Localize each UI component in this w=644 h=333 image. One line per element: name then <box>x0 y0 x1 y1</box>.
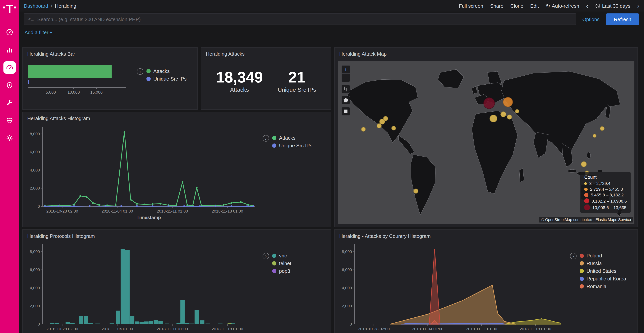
full-screen-button[interactable]: Full screen <box>459 3 483 9</box>
share-button[interactable]: Share <box>490 3 503 9</box>
map-marker[interactable] <box>414 189 418 194</box>
breadcrumb-dashboard[interactable]: Dashboard <box>24 3 48 9</box>
svg-text:2018-11-11 01:00: 2018-11-11 01:00 <box>157 327 188 331</box>
time-range-picker[interactable]: Last 30 days <box>595 3 630 9</box>
map-marker[interactable] <box>391 126 396 131</box>
legend-swatch <box>272 269 276 273</box>
protocols-bar-chart[interactable]: 02,0004,0006,0008,0002018-10-28 02:00201… <box>25 240 260 333</box>
auto-refresh-button[interactable]: ↻Auto-refresh <box>546 3 579 9</box>
map-marker[interactable] <box>515 109 520 113</box>
world-map[interactable]: + − Count <box>338 61 634 224</box>
map-marker[interactable] <box>507 114 512 119</box>
legend-label: telnet <box>279 260 291 266</box>
map-controls: + − <box>342 65 350 116</box>
panel-title: Heralding Attack Map <box>335 48 638 58</box>
sidebar-item-monitoring[interactable] <box>4 114 16 127</box>
legend-item[interactable]: Unique Src IPs <box>272 143 312 148</box>
clone-button[interactable]: Clone <box>510 3 524 9</box>
telekom-logo[interactable]: T <box>3 3 16 20</box>
legend-item[interactable]: Russia <box>580 260 626 266</box>
fit-bounds-button[interactable] <box>342 85 350 93</box>
svg-text:2018-10-28 02:00: 2018-10-28 02:00 <box>46 209 78 213</box>
metric-group: 18,349 Attacks 21 Unique Src IPs <box>201 58 331 103</box>
zoom-in-button[interactable]: + <box>342 65 350 74</box>
legend-item[interactable]: Unique Src IPs <box>146 76 186 82</box>
time-forward-icon[interactable]: › <box>637 3 640 9</box>
legend-swatch <box>580 269 584 273</box>
breadcrumb-current: Heralding <box>55 3 76 9</box>
map-marker[interactable] <box>581 161 586 167</box>
osm-link[interactable]: OpenStreetMap <box>545 217 572 222</box>
draw-polygon-button[interactable] <box>342 96 350 104</box>
attacks-line-chart[interactable]: 02,0004,0006,0008,0002018-10-28 02:00201… <box>25 123 260 223</box>
sidebar-item-discover[interactable] <box>4 26 16 38</box>
heartbeat-icon <box>6 117 14 124</box>
draw-rectangle-button[interactable] <box>342 107 350 116</box>
sidebar-item-devtools[interactable] <box>4 97 16 109</box>
options-link[interactable]: Options <box>582 16 600 22</box>
map-marker[interactable] <box>490 115 498 122</box>
map-legend-range: 8,182.2 – 10,908.6 <box>592 199 627 203</box>
legend-toggle-icon[interactable]: › <box>262 135 269 142</box>
search-input[interactable] <box>38 16 572 22</box>
legend-item[interactable]: United States <box>580 268 626 274</box>
legend-togg le-icon[interactable]: › <box>262 253 269 259</box>
legend-item[interactable]: telnet <box>272 260 291 266</box>
sidebar-item-visualize[interactable] <box>4 44 16 56</box>
svg-text:2018-11-18 01:00: 2018-11-18 01:00 <box>212 209 243 213</box>
map-marker[interactable] <box>592 134 596 138</box>
legend-swatch <box>272 261 276 265</box>
map-legend-row: 3 – 2,729.4 <box>584 181 627 186</box>
map-marker[interactable] <box>503 97 513 107</box>
ems-link[interactable]: Elastic Maps Service <box>595 217 631 222</box>
map-legend-dot <box>584 182 587 185</box>
legend-swatch <box>146 69 151 73</box>
legend-label: Attacks <box>279 135 295 141</box>
legend-item[interactable]: Republic of Korea <box>580 276 626 282</box>
map-marker[interactable] <box>361 127 366 131</box>
sidebar-item-dashboard[interactable] <box>4 61 16 74</box>
legend-item[interactable]: pop3 <box>272 268 291 274</box>
map-marker[interactable] <box>600 126 605 131</box>
map-marker[interactable] <box>383 116 388 121</box>
top-nav: Dashboard / Heralding Full screen Share … <box>19 0 644 12</box>
map-marker[interactable] <box>500 112 506 117</box>
logo-t: T <box>6 3 13 15</box>
svg-text:10,000: 10,000 <box>68 90 80 94</box>
map-legend-dot <box>584 204 590 210</box>
sidebar-item-management[interactable] <box>4 132 16 144</box>
panel-title: Heralding Attacks <box>201 48 331 58</box>
map-legend-range: 2,729.4 – 5,455.8 <box>590 187 623 191</box>
legend-toggle-icon[interactable]: › <box>137 68 143 75</box>
attacks-bar-chart[interactable]: 5,00010,00015,000 <box>26 62 132 97</box>
search-box[interactable]: >_ <box>24 14 576 25</box>
legend-toggle-icon[interactable]: › <box>570 253 576 259</box>
crop-icon <box>343 86 348 92</box>
legend-label: Romania <box>586 283 606 289</box>
legend-item[interactable]: vnc <box>272 253 291 259</box>
time-back-icon[interactable]: ‹ <box>586 3 588 9</box>
legend-item[interactable]: Romania <box>580 283 626 289</box>
legend-item[interactable]: Attacks <box>272 135 312 141</box>
sidebar-item-tpot[interactable] <box>4 79 16 91</box>
legend-item[interactable]: Poland <box>580 253 626 259</box>
legend: › AttacksUnique Src IPs <box>262 135 312 223</box>
bar-chart-icon <box>6 46 14 54</box>
legend-swatch <box>580 277 584 281</box>
legend-item[interactable]: Attacks <box>146 68 186 74</box>
zoom-out-button[interactable]: − <box>342 74 350 82</box>
panel-title: Heralding Protocols Histogram <box>22 230 331 240</box>
map-count-legend: Count 3 – 2,729.42,729.4 – 5,455.85,455.… <box>580 172 631 213</box>
refresh-button[interactable]: Refresh <box>606 14 640 25</box>
legend-label: Russia <box>586 260 602 266</box>
add-filter-link[interactable]: Add a filter+ <box>24 30 52 35</box>
map-marker[interactable] <box>483 97 495 109</box>
svg-text:2018-11-18 01:00: 2018-11-18 01:00 <box>520 327 551 331</box>
country-area-chart[interactable]: 02,0004,0006,0008,0002018-10-28 02:00201… <box>337 240 567 333</box>
metric-value: 18,349 <box>216 69 263 85</box>
breadcrumb-separator: / <box>51 3 52 9</box>
metric-attacks: 18,349 Attacks <box>216 69 263 93</box>
gear-icon <box>6 134 14 142</box>
edit-button[interactable]: Edit <box>530 3 539 9</box>
app-root: T <box>0 0 644 333</box>
